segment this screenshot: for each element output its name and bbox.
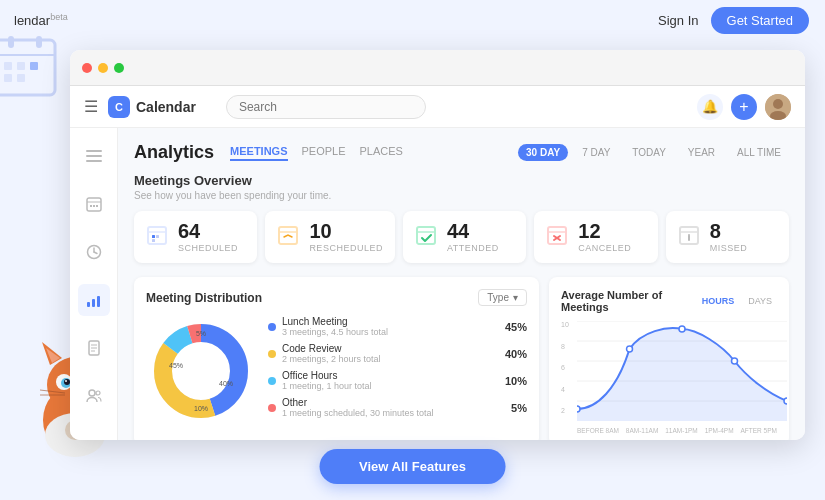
analytics-header: Analytics MEETINGS PEOPLE PLACES 30 DAY …: [134, 142, 789, 163]
browser-minimize-dot[interactable]: [98, 63, 108, 73]
search-input[interactable]: [226, 95, 426, 119]
hamburger-icon[interactable]: ☰: [84, 97, 98, 116]
toggle-days[interactable]: DAYS: [743, 294, 777, 308]
view-all-features-button[interactable]: View All Features: [319, 449, 506, 484]
stat-scheduled: 64 SCHEDULED: [134, 211, 257, 263]
y-label-10: 10: [561, 321, 569, 328]
distribution-filter[interactable]: Type ▾: [478, 289, 527, 306]
logo-icon: C: [108, 96, 130, 118]
missed-label: MISSED: [710, 243, 748, 253]
svg-rect-63: [417, 227, 435, 244]
sidebar-item-analytics[interactable]: [78, 284, 110, 316]
legend-office-hours: Office Hours 1 meeting, 1 hour total 10%: [268, 370, 527, 391]
stat-missed: 8 MISSED: [666, 211, 789, 263]
avg-title: Average Number of Meetings: [561, 289, 697, 313]
distribution-card: Meeting Distribution Type ▾: [134, 277, 539, 440]
rescheduled-icon: [277, 224, 299, 251]
browser-chrome: [70, 50, 805, 86]
attended-label: ATTENDED: [447, 243, 499, 253]
avg-meetings-card: Average Number of Meetings HOURS DAYS 10: [549, 277, 789, 440]
svg-point-24: [65, 380, 67, 382]
svg-point-55: [96, 391, 100, 395]
app-content: Analytics MEETINGS PEOPLE PLACES 30 DAY …: [70, 128, 805, 440]
svg-rect-48: [92, 299, 95, 307]
sidebar-item-calendar[interactable]: [78, 188, 110, 220]
svg-point-72: [688, 234, 690, 236]
svg-rect-5: [17, 62, 25, 70]
canceled-number: 12: [578, 221, 631, 241]
line-chart-container: 10 8 6 4 2: [561, 321, 777, 434]
svg-rect-49: [97, 296, 100, 307]
sidebar: [70, 128, 118, 440]
sign-in-link[interactable]: Sign In: [658, 13, 698, 28]
svg-text:5%: 5%: [196, 330, 206, 337]
stat-rescheduled: 10 RESCHEDULED: [265, 211, 395, 263]
legend-lunch: Lunch Meeting 3 meetings, 4.5 hours tota…: [268, 316, 527, 337]
app-name-text: lendarbeta: [14, 12, 68, 28]
sidebar-item-people[interactable]: [78, 380, 110, 412]
legend-dot-code-review: [268, 350, 276, 358]
avatar[interactable]: [765, 94, 791, 120]
browser-window: ☰ C Calendar 🔔 +: [70, 50, 805, 440]
svg-rect-58: [152, 235, 155, 238]
filter-30day[interactable]: 30 DAY: [518, 144, 568, 161]
toggle-hours[interactable]: HOURS: [697, 294, 740, 308]
scheduled-icon: [146, 224, 168, 251]
filter-year[interactable]: YEAR: [680, 144, 723, 161]
analytics-title: Analytics: [134, 142, 214, 163]
add-button[interactable]: +: [731, 94, 757, 120]
line-chart-svg: [577, 321, 787, 421]
distribution-title: Meeting Distribution: [146, 291, 262, 305]
get-started-button[interactable]: Get Started: [711, 7, 809, 34]
svg-point-34: [773, 99, 783, 109]
notifications-bell-icon[interactable]: 🔔: [697, 94, 723, 120]
header-actions: 🔔 +: [697, 94, 791, 120]
main-content-wrapper: Analytics MEETINGS PEOPLE PLACES 30 DAY …: [118, 128, 805, 440]
filter-alltime[interactable]: ALL TIME: [729, 144, 789, 161]
svg-rect-39: [87, 198, 101, 211]
missed-icon: [678, 224, 700, 251]
svg-text:45%: 45%: [169, 362, 183, 369]
filter-7day[interactable]: 7 DAY: [574, 144, 618, 161]
scheduled-label: SCHEDULED: [178, 243, 238, 253]
svg-point-91: [732, 358, 738, 364]
x-label-before8am: BEFORE 8AM: [577, 427, 619, 434]
browser-close-dot[interactable]: [82, 63, 92, 73]
svg-rect-37: [86, 155, 102, 157]
legend-other: Other 1 meeting scheduled, 30 minutes to…: [268, 397, 527, 418]
svg-rect-41: [90, 205, 92, 207]
tab-people[interactable]: PEOPLE: [302, 145, 346, 161]
svg-rect-38: [86, 160, 102, 162]
filter-today[interactable]: TODAY: [624, 144, 674, 161]
meetings-overview-subtitle: See how you have been spending your time…: [134, 190, 789, 201]
legend-dot-lunch: [268, 323, 276, 331]
sidebar-item-document[interactable]: [78, 332, 110, 364]
svg-point-54: [89, 390, 95, 396]
svg-rect-6: [30, 62, 38, 70]
legend-dot-office-hours: [268, 377, 276, 385]
canceled-label: CANCELED: [578, 243, 631, 253]
avg-toggle: HOURS DAYS: [697, 294, 777, 308]
rescheduled-label: RESCHEDULED: [309, 243, 383, 253]
svg-rect-60: [152, 239, 155, 242]
missed-number: 8: [710, 221, 748, 241]
tab-places[interactable]: PLACES: [360, 145, 403, 161]
avg-header: Average Number of Meetings HOURS DAYS: [561, 289, 777, 313]
svg-rect-7: [4, 74, 12, 82]
svg-rect-47: [87, 302, 90, 307]
stats-cards: 64 SCHEDULED 10 RESCHEDULED: [134, 211, 789, 263]
x-label-after5: AFTER 5PM: [740, 427, 776, 434]
svg-rect-65: [548, 227, 566, 244]
svg-rect-8: [17, 74, 25, 82]
logo-text: Calendar: [136, 99, 196, 115]
time-filters: 30 DAY 7 DAY TODAY YEAR ALL TIME: [518, 144, 789, 161]
x-axis-labels: BEFORE 8AM 8AM-11AM 11AM-1PM 1PM-4PM AFT…: [577, 427, 777, 434]
browser-maximize-dot[interactable]: [114, 63, 124, 73]
sidebar-item-menu[interactable]: [78, 140, 110, 172]
app-logo: C Calendar: [108, 96, 196, 118]
tab-meetings[interactable]: MEETINGS: [230, 145, 287, 161]
sidebar-item-clock[interactable]: [78, 236, 110, 268]
stat-canceled: 12 CANCELED: [534, 211, 657, 263]
svg-point-89: [627, 346, 633, 352]
svg-rect-4: [4, 62, 12, 70]
